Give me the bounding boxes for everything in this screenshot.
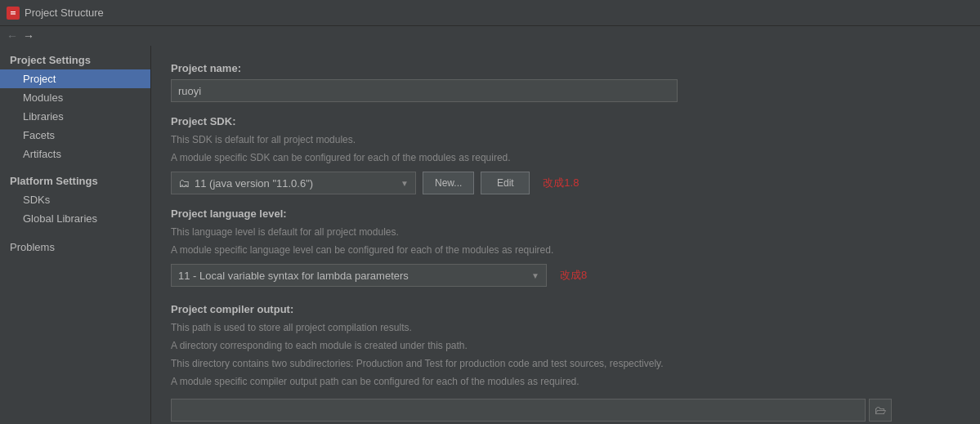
sidebar-item-artifacts[interactable]: Artifacts — [0, 145, 150, 163]
nav-arrows: ← → — [0, 26, 980, 46]
svg-rect-2 — [11, 13, 16, 14]
project-settings-label: Project Settings — [0, 49, 150, 69]
sidebar-item-facets[interactable]: Facets — [0, 126, 150, 145]
sidebar-item-problems[interactable]: Problems — [0, 234, 150, 257]
app-icon — [7, 7, 20, 20]
compiler-desc3: This directory contains two subdirectori… — [171, 356, 960, 371]
main-layout: Project Settings Project Modules Librari… — [0, 46, 980, 424]
project-lang-desc1: This language level is default for all p… — [171, 225, 960, 239]
svg-rect-1 — [11, 11, 16, 12]
title-bar: Project Structure — [0, 0, 980, 26]
lang-dropdown[interactable]: 11 - Local variable syntax for lambda pa… — [171, 264, 547, 287]
project-lang-label: Project language level: — [171, 208, 960, 220]
compiler-folder-button[interactable]: 🗁 — [869, 399, 892, 422]
sidebar-item-project[interactable]: Project — [0, 69, 150, 88]
compiler-desc1: This path is used to store all project c… — [171, 320, 960, 335]
compiler-output-label: Project compiler output: — [171, 303, 960, 315]
lang-dropdown-arrow-icon: ▼ — [531, 271, 539, 280]
project-name-label: Project name: — [171, 62, 960, 74]
forward-arrow[interactable]: → — [23, 29, 34, 42]
project-lang-desc2: A module specific language level can be … — [171, 243, 960, 257]
project-sdk-desc1: This SDK is default for all project modu… — [171, 132, 960, 147]
compiler-desc4: A module specific compiler output path c… — [171, 374, 960, 389]
lang-dropdown-value: 11 - Local variable syntax for lambda pa… — [178, 270, 409, 282]
sdk-dropdown[interactable]: 🗂 11 (java version "11.0.6") ▼ — [171, 172, 416, 194]
content-area: Project name: Project SDK: This SDK is d… — [151, 46, 980, 424]
lang-row: 11 - Local variable syntax for lambda pa… — [171, 264, 960, 287]
project-name-input[interactable] — [171, 79, 678, 102]
sdk-edit-button[interactable]: Edit — [481, 172, 530, 194]
back-arrow[interactable]: ← — [7, 29, 18, 42]
folder-icon: 🗁 — [875, 404, 886, 417]
sidebar: Project Settings Project Modules Librari… — [0, 46, 151, 424]
sidebar-divider2 — [0, 228, 150, 234]
compiler-output-input[interactable] — [171, 399, 866, 422]
lang-hint: 改成8 — [560, 268, 587, 283]
compiler-output-row: 🗁 — [171, 392, 960, 422]
sidebar-item-global-libraries[interactable]: Global Libraries — [0, 209, 150, 228]
svg-rect-0 — [9, 9, 17, 17]
sidebar-item-libraries[interactable]: Libraries — [0, 107, 150, 126]
project-sdk-label: Project SDK: — [171, 115, 960, 127]
sidebar-item-modules[interactable]: Modules — [0, 88, 150, 107]
sdk-folder-icon: 🗂 — [178, 176, 190, 190]
window-title: Project Structure — [25, 7, 104, 19]
sdk-dropdown-value: 11 (java version "11.0.6") — [195, 177, 313, 190]
sdk-dropdown-arrow-icon: ▼ — [401, 179, 409, 188]
platform-settings-label: Platform Settings — [0, 170, 150, 190]
sidebar-item-sdks[interactable]: SDKs — [0, 190, 150, 209]
compiler-desc2: A directory corresponding to each module… — [171, 338, 960, 353]
sdk-new-button[interactable]: New... — [423, 172, 474, 194]
sidebar-divider — [0, 163, 150, 170]
sdk-hint: 改成1.8 — [543, 176, 579, 190]
project-sdk-desc2: A module specific SDK can be configured … — [171, 150, 960, 165]
sdk-row: 🗂 11 (java version "11.0.6") ▼ New... Ed… — [171, 172, 960, 194]
